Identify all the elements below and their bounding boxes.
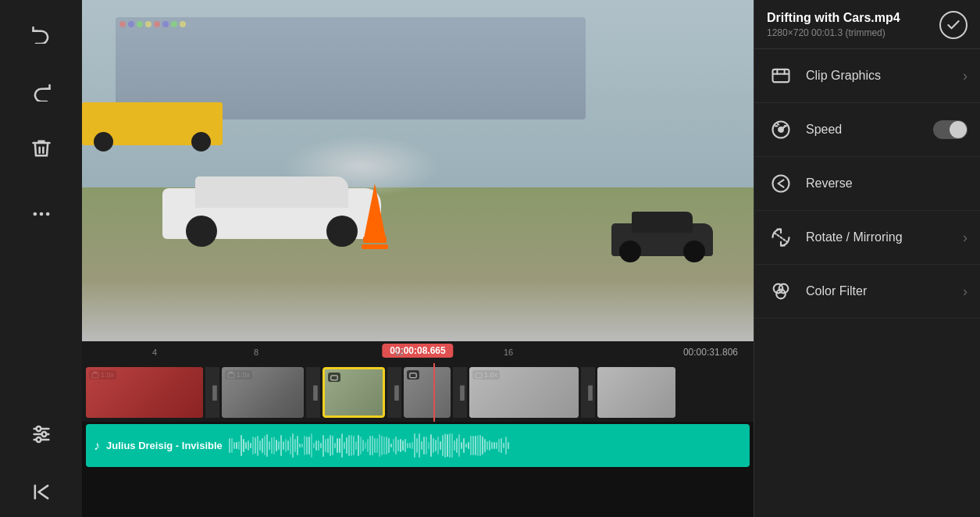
speed-toggle-knob <box>950 121 967 138</box>
svg-rect-15 <box>773 70 789 82</box>
reverse-label: Reverse <box>806 176 968 191</box>
color-filter-chevron: › <box>963 283 968 300</box>
menu-list: Clip Graphics › Speed <box>754 49 980 319</box>
more-button[interactable] <box>24 197 59 231</box>
audio-waveform <box>229 432 742 459</box>
audio-track[interactable]: ♪ Julius Dreisig - Invisible <box>86 424 750 467</box>
clip-2[interactable]: 1.0x <box>222 367 304 418</box>
menu-item-rotate-mirroring[interactable]: Rotate / Mirroring › <box>754 211 980 265</box>
clip-4-icon <box>407 370 419 380</box>
svg-point-7 <box>41 432 46 437</box>
clip-3-icon <box>328 373 340 382</box>
svg-point-23 <box>773 176 789 192</box>
clip-1[interactable]: 1.0x <box>86 367 203 418</box>
delete-button[interactable] <box>24 131 59 166</box>
redo-button[interactable] <box>24 73 59 108</box>
divider-1 <box>205 367 219 418</box>
timeline-area: 4 8 00:00:08.665 12 16 00:00:31.806 1.0x <box>82 341 754 517</box>
svg-line-21 <box>778 123 779 124</box>
back-to-start-button[interactable] <box>24 475 59 509</box>
speed-label: Speed <box>806 123 922 137</box>
svg-point-0 <box>33 212 37 216</box>
divider-4 <box>453 367 467 418</box>
file-info-text: Drifting with Cars.mp4 1280×720 00:01.3 … <box>767 11 900 38</box>
clip-5[interactable]: 1.0x <box>469 367 579 418</box>
svg-line-24 <box>775 233 787 242</box>
clip-4[interactable] <box>404 367 451 418</box>
video-frame <box>82 0 754 341</box>
reverse-icon <box>767 169 795 198</box>
video-preview <box>82 0 754 341</box>
menu-item-speed[interactable]: Speed <box>754 103 980 157</box>
ruler-mark-8: 8 <box>254 348 258 357</box>
ruler-marks: 4 8 00:00:08.665 12 16 00:00:31.806 <box>90 341 746 363</box>
clip-graphics-icon <box>767 62 795 90</box>
rotate-mirroring-icon <box>767 223 795 251</box>
menu-item-clip-graphics[interactable]: Clip Graphics › <box>754 49 980 103</box>
timeline-ruler: 4 8 00:00:08.665 12 16 00:00:31.806 <box>82 341 754 363</box>
current-timecode: 00:00:08.665 <box>382 344 453 358</box>
divider-2 <box>306 367 320 418</box>
dark-car <box>611 209 713 256</box>
school-bus <box>82 102 223 145</box>
adjust-button[interactable] <box>24 417 59 451</box>
svg-rect-13 <box>410 373 416 378</box>
ruler-mark-12: 12 <box>394 348 404 357</box>
svg-point-1 <box>39 212 43 216</box>
end-timecode: 00:00:31.806 <box>683 347 738 358</box>
divider-3 <box>387 367 401 418</box>
music-icon: ♪ <box>94 439 100 453</box>
traffic-cone <box>364 184 388 249</box>
menu-item-color-filter[interactable]: Color Filter › <box>754 265 980 319</box>
svg-rect-12 <box>331 376 337 380</box>
rotate-mirroring-chevron: › <box>963 230 968 246</box>
confirm-button[interactable] <box>939 11 968 39</box>
playhead <box>433 363 435 422</box>
crowd-area <box>116 17 586 31</box>
audio-title: Julius Dreisig - Invisible <box>106 440 223 451</box>
main-content: 4 8 00:00:08.665 12 16 00:00:31.806 1.0x <box>82 0 754 517</box>
file-info-header: Drifting with Cars.mp4 1280×720 00:01.3 … <box>754 0 980 49</box>
svg-point-27 <box>776 290 786 299</box>
svg-point-26 <box>779 284 789 294</box>
color-filter-icon <box>767 277 795 305</box>
file-meta: 1280×720 00:01.3 (trimmed) <box>767 27 900 38</box>
menu-item-reverse[interactable]: Reverse <box>754 157 980 211</box>
file-name: Drifting with Cars.mp4 <box>767 11 900 25</box>
clip-6[interactable] <box>597 367 675 418</box>
speed-icon <box>767 116 795 144</box>
svg-point-2 <box>45 212 49 216</box>
divider-5 <box>581 367 595 418</box>
left-toolbar <box>0 0 82 517</box>
clip-graphics-label: Clip Graphics <box>806 69 952 83</box>
svg-point-8 <box>36 437 41 442</box>
undo-button[interactable] <box>24 16 59 50</box>
clips-track: 1.0x 1.0x <box>82 363 754 422</box>
rotate-mirroring-label: Rotate / Mirroring <box>806 230 952 244</box>
right-panel: Drifting with Cars.mp4 1280×720 00:01.3 … <box>754 0 980 517</box>
ruler-mark-4: 4 <box>152 348 157 357</box>
color-filter-label: Color Filter <box>806 284 952 298</box>
speed-toggle[interactable] <box>933 120 968 139</box>
clip-3-active[interactable] <box>323 367 385 418</box>
ruler-mark-16: 16 <box>504 348 513 357</box>
clip-graphics-chevron: › <box>963 68 968 84</box>
svg-point-6 <box>36 426 41 431</box>
white-car <box>162 161 381 239</box>
